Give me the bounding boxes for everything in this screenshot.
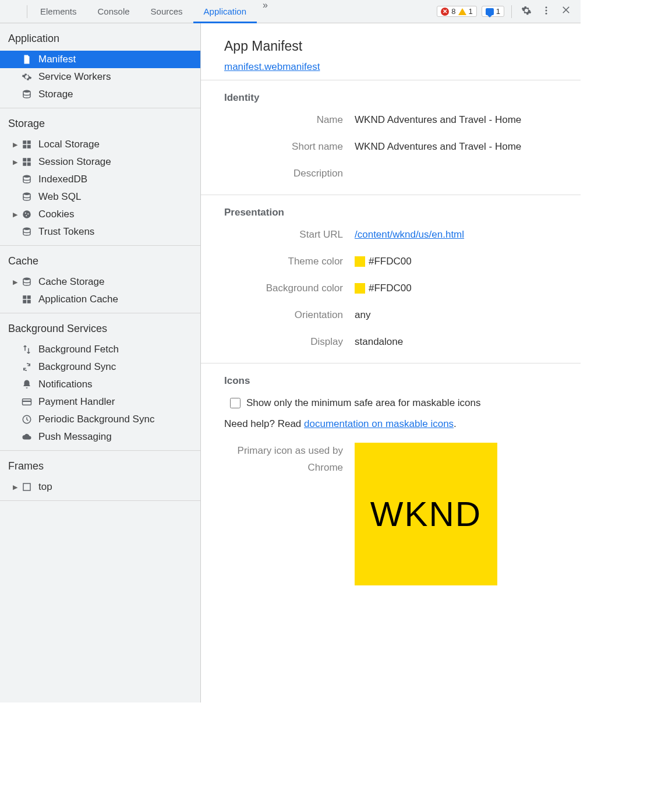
sidebar-group-heading: Frames: [0, 451, 200, 478]
inspect-icon[interactable]: [7, 5, 12, 19]
sidebar-item-websql[interactable]: ▶Web SQL: [0, 188, 200, 206]
sidebar-item-label: top: [38, 481, 52, 493]
message-icon: [486, 8, 494, 15]
error-icon: ✕: [441, 8, 449, 16]
svg-rect-12: [23, 163, 26, 166]
application-sidebar: Application▶Manifest▶Service Workers▶Sto…: [0, 23, 201, 702]
sidebar-item-top[interactable]: ▶top: [0, 478, 200, 496]
warn-count: 1: [469, 7, 473, 16]
file-icon: [21, 54, 33, 65]
sidebar-item-label: Manifest: [38, 54, 76, 65]
tab-sources[interactable]: Sources: [140, 0, 193, 23]
manifest-link[interactable]: manifest.webmanifest: [224, 61, 320, 72]
svg-rect-27: [23, 401, 31, 402]
svg-rect-11: [27, 158, 31, 161]
settings-icon[interactable]: [519, 3, 534, 20]
maskable-checkbox[interactable]: [230, 398, 240, 408]
warning-icon: [458, 8, 466, 15]
close-icon[interactable]: [558, 2, 574, 20]
svg-rect-9: [27, 145, 31, 149]
svg-point-3: [546, 10, 547, 12]
sidebar-item-appcache[interactable]: ▶Application Cache: [0, 291, 200, 308]
display-key: Display: [224, 336, 355, 348]
db-icon: [21, 191, 33, 203]
db-icon: [21, 226, 33, 238]
svg-rect-25: [27, 300, 31, 303]
db-icon: [21, 174, 33, 185]
svg-point-18: [27, 213, 29, 214]
svg-rect-8: [23, 145, 26, 149]
sidebar-item-local[interactable]: ▶Local Storage: [0, 136, 200, 153]
more-icon[interactable]: [539, 3, 554, 20]
themecolor-key: Theme color: [224, 256, 355, 267]
svg-rect-24: [23, 300, 26, 303]
tab-console[interactable]: Console: [87, 0, 140, 23]
error-warn-badge[interactable]: ✕ 8 1: [437, 6, 476, 17]
maskable-checkbox-label: Show only the minimum safe area for mask…: [246, 397, 481, 409]
svg-point-14: [23, 175, 30, 178]
grid-icon: [21, 139, 33, 150]
device-icon[interactable]: [15, 5, 20, 19]
expand-arrow-icon: ▶: [13, 158, 21, 166]
tab-elements[interactable]: Elements: [30, 0, 87, 23]
sidebar-item-periodic[interactable]: ▶Periodic Background Sync: [0, 411, 200, 428]
sidebar-item-label: Storage: [38, 89, 73, 100]
sidebar-item-idb[interactable]: ▶IndexedDB: [0, 171, 200, 188]
sidebar-group-heading: Cache: [0, 246, 200, 273]
bell-icon: [21, 379, 33, 390]
starturl-link[interactable]: /content/wknd/us/en.html: [355, 229, 464, 241]
sidebar-item-cookies[interactable]: ▶Cookies: [0, 206, 200, 223]
sidebar-item-label: Application Cache: [38, 294, 118, 305]
message-badge[interactable]: 1: [482, 6, 504, 17]
page-title: App Manifest: [224, 38, 565, 54]
primary-icon-label: Primary icon as used by Chrome: [224, 443, 355, 585]
svg-point-21: [23, 278, 30, 281]
starturl-key: Start URL: [224, 229, 355, 241]
clock-icon: [21, 414, 33, 425]
devtools-tabs: Elements Console Sources Application »: [30, 0, 437, 23]
sidebar-item-notif[interactable]: ▶Notifications: [0, 376, 200, 393]
sidebar-item-pay[interactable]: ▶Payment Handler: [0, 393, 200, 411]
svg-point-2: [546, 6, 547, 8]
sidebar-item-label: Periodic Background Sync: [38, 414, 154, 425]
sidebar-item-label: Background Sync: [38, 361, 116, 373]
sidebar-group-heading: Application: [0, 23, 200, 51]
sidebar-item-label: Session Storage: [38, 156, 111, 168]
svg-point-15: [23, 193, 30, 196]
sidebar-item-label: Cookies: [38, 209, 74, 220]
sidebar-item-storage-app[interactable]: ▶Storage: [0, 86, 200, 103]
bgcolor-value: #FFDC00: [369, 283, 412, 294]
more-tabs-icon[interactable]: »: [257, 0, 274, 23]
svg-point-4: [546, 13, 547, 15]
message-count: 1: [496, 7, 500, 16]
sidebar-group-heading: Background Services: [0, 313, 200, 341]
frame-icon: [21, 481, 33, 493]
db-icon: [21, 89, 33, 100]
svg-point-17: [25, 213, 26, 214]
svg-rect-7: [27, 140, 31, 144]
tab-application[interactable]: Application: [193, 0, 257, 23]
sidebar-item-manifest[interactable]: ▶Manifest: [0, 51, 200, 68]
orientation-key: Orientation: [224, 309, 355, 321]
sidebar-group-heading: Storage: [0, 108, 200, 136]
expand-arrow-icon: ▶: [13, 211, 21, 218]
identity-heading: Identity: [224, 92, 569, 104]
grid-icon: [21, 294, 33, 305]
sidebar-item-label: Push Messaging: [38, 431, 112, 443]
sidebar-item-session[interactable]: ▶Session Storage: [0, 153, 200, 171]
sidebar-item-bgfetch[interactable]: ▶Background Fetch: [0, 341, 200, 358]
sidebar-item-bgsync[interactable]: ▶Background Sync: [0, 358, 200, 376]
sync-icon: [21, 361, 33, 373]
sidebar-item-trust[interactable]: ▶Trust Tokens: [0, 223, 200, 241]
gear-icon: [21, 71, 33, 83]
icons-heading: Icons: [224, 375, 565, 387]
sidebar-item-label: Payment Handler: [38, 396, 115, 408]
error-count: 8: [451, 7, 455, 16]
themecolor-value: #FFDC00: [369, 256, 412, 267]
description-key: Description: [224, 168, 355, 179]
sidebar-item-push[interactable]: ▶Push Messaging: [0, 428, 200, 446]
sidebar-item-label: Trust Tokens: [38, 226, 94, 238]
maskable-docs-link[interactable]: documentation on maskable icons: [304, 418, 454, 429]
sidebar-item-sw[interactable]: ▶Service Workers: [0, 68, 200, 86]
sidebar-item-cachestore[interactable]: ▶Cache Storage: [0, 273, 200, 291]
